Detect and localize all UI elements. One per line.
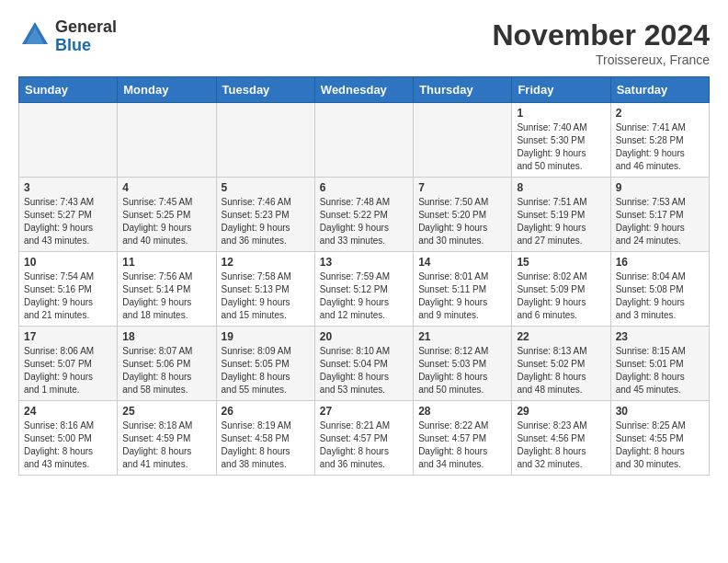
- day-number: 1: [517, 107, 605, 120]
- day-info: Sunrise: 8:21 AM Sunset: 4:57 PM Dayligh…: [320, 419, 408, 471]
- day-number: 14: [418, 256, 506, 269]
- header-tuesday: Tuesday: [216, 77, 314, 103]
- day-number: 13: [320, 256, 408, 269]
- day-cell: [118, 103, 216, 178]
- day-number: 10: [24, 256, 112, 269]
- day-cell: 7Sunrise: 7:50 AM Sunset: 5:20 PM Daylig…: [414, 178, 512, 252]
- day-info: Sunrise: 8:25 AM Sunset: 4:55 PM Dayligh…: [616, 419, 704, 471]
- day-cell: 20Sunrise: 8:10 AM Sunset: 5:04 PM Dayli…: [314, 327, 413, 401]
- week-row-4: 17Sunrise: 8:06 AM Sunset: 5:07 PM Dayli…: [19, 327, 710, 401]
- day-info: Sunrise: 8:01 AM Sunset: 5:11 PM Dayligh…: [418, 270, 506, 322]
- logo-text: General Blue: [55, 18, 117, 55]
- week-row-1: 1Sunrise: 7:40 AM Sunset: 5:30 PM Daylig…: [19, 103, 710, 178]
- day-cell: 4Sunrise: 7:45 AM Sunset: 5:25 PM Daylig…: [118, 178, 216, 252]
- day-number: 4: [122, 181, 210, 194]
- day-cell: 29Sunrise: 8:23 AM Sunset: 4:56 PM Dayli…: [512, 401, 610, 476]
- day-info: Sunrise: 7:40 AM Sunset: 5:30 PM Dayligh…: [517, 121, 605, 173]
- day-cell: [216, 103, 314, 178]
- day-cell: 15Sunrise: 8:02 AM Sunset: 5:09 PM Dayli…: [512, 252, 610, 327]
- day-info: Sunrise: 8:13 AM Sunset: 5:02 PM Dayligh…: [517, 345, 605, 396]
- day-info: Sunrise: 7:41 AM Sunset: 5:28 PM Dayligh…: [616, 121, 704, 173]
- day-cell: 9Sunrise: 7:53 AM Sunset: 5:17 PM Daylig…: [610, 178, 709, 252]
- day-number: 21: [418, 330, 506, 343]
- day-cell: 5Sunrise: 7:46 AM Sunset: 5:23 PM Daylig…: [216, 178, 314, 252]
- day-info: Sunrise: 8:02 AM Sunset: 5:09 PM Dayligh…: [517, 270, 605, 322]
- day-number: 20: [320, 330, 408, 343]
- day-number: 30: [616, 405, 704, 418]
- day-number: 16: [616, 256, 704, 269]
- day-cell: 27Sunrise: 8:21 AM Sunset: 4:57 PM Dayli…: [314, 401, 413, 476]
- day-info: Sunrise: 8:12 AM Sunset: 5:03 PM Dayligh…: [418, 345, 506, 396]
- day-info: Sunrise: 8:07 AM Sunset: 5:06 PM Dayligh…: [122, 345, 210, 396]
- day-info: Sunrise: 8:10 AM Sunset: 5:04 PM Dayligh…: [320, 345, 408, 396]
- week-row-2: 3Sunrise: 7:43 AM Sunset: 5:27 PM Daylig…: [19, 178, 710, 252]
- day-info: Sunrise: 8:23 AM Sunset: 4:56 PM Dayligh…: [517, 419, 605, 471]
- day-info: Sunrise: 7:45 AM Sunset: 5:25 PM Dayligh…: [122, 196, 210, 247]
- day-info: Sunrise: 7:48 AM Sunset: 5:22 PM Dayligh…: [320, 196, 408, 247]
- day-cell: 22Sunrise: 8:13 AM Sunset: 5:02 PM Dayli…: [512, 327, 610, 401]
- day-cell: 14Sunrise: 8:01 AM Sunset: 5:11 PM Dayli…: [414, 252, 512, 327]
- day-info: Sunrise: 7:54 AM Sunset: 5:16 PM Dayligh…: [24, 270, 112, 322]
- day-cell: 28Sunrise: 8:22 AM Sunset: 4:57 PM Dayli…: [414, 401, 512, 476]
- day-number: 12: [222, 256, 310, 269]
- logo-general-text: General: [55, 18, 117, 37]
- title-area: November 2024 Troissereux, France: [492, 18, 710, 67]
- day-cell: 12Sunrise: 7:58 AM Sunset: 5:13 PM Dayli…: [216, 252, 314, 327]
- day-number: 7: [418, 181, 506, 194]
- header-saturday: Saturday: [610, 77, 709, 103]
- calendar-table: SundayMondayTuesdayWednesdayThursdayFrid…: [18, 76, 710, 476]
- day-info: Sunrise: 7:50 AM Sunset: 5:20 PM Dayligh…: [418, 196, 506, 247]
- day-cell: 16Sunrise: 8:04 AM Sunset: 5:08 PM Dayli…: [610, 252, 709, 327]
- day-info: Sunrise: 8:18 AM Sunset: 4:59 PM Dayligh…: [122, 419, 210, 471]
- day-info: Sunrise: 8:16 AM Sunset: 5:00 PM Dayligh…: [24, 419, 112, 471]
- day-number: 3: [24, 181, 112, 194]
- day-number: 24: [24, 405, 112, 418]
- calendar-header-row: SundayMondayTuesdayWednesdayThursdayFrid…: [19, 77, 710, 103]
- logo-blue-text: Blue: [55, 37, 117, 55]
- day-cell: 2Sunrise: 7:41 AM Sunset: 5:28 PM Daylig…: [610, 103, 709, 178]
- day-number: 29: [517, 405, 605, 418]
- day-number: 6: [320, 181, 408, 194]
- logo: General Blue: [18, 18, 117, 55]
- day-cell: 13Sunrise: 7:59 AM Sunset: 5:12 PM Dayli…: [314, 252, 413, 327]
- week-row-3: 10Sunrise: 7:54 AM Sunset: 5:16 PM Dayli…: [19, 252, 710, 327]
- location: Troissereux, France: [492, 52, 710, 67]
- day-cell: [314, 103, 413, 178]
- day-cell: 24Sunrise: 8:16 AM Sunset: 5:00 PM Dayli…: [19, 401, 118, 476]
- header-friday: Friday: [512, 77, 610, 103]
- day-number: 27: [320, 405, 408, 418]
- day-info: Sunrise: 8:19 AM Sunset: 4:58 PM Dayligh…: [222, 419, 310, 471]
- day-number: 9: [616, 181, 704, 194]
- day-info: Sunrise: 7:46 AM Sunset: 5:23 PM Dayligh…: [222, 196, 310, 247]
- page-header: General Blue November 2024 Troissereux, …: [18, 18, 710, 67]
- header-thursday: Thursday: [414, 77, 512, 103]
- day-info: Sunrise: 7:56 AM Sunset: 5:14 PM Dayligh…: [122, 270, 210, 322]
- day-cell: 8Sunrise: 7:51 AM Sunset: 5:19 PM Daylig…: [512, 178, 610, 252]
- day-cell: 1Sunrise: 7:40 AM Sunset: 5:30 PM Daylig…: [512, 103, 610, 178]
- header-wednesday: Wednesday: [314, 77, 413, 103]
- day-info: Sunrise: 7:58 AM Sunset: 5:13 PM Dayligh…: [222, 270, 310, 322]
- day-info: Sunrise: 8:04 AM Sunset: 5:08 PM Dayligh…: [616, 270, 704, 322]
- week-row-5: 24Sunrise: 8:16 AM Sunset: 5:00 PM Dayli…: [19, 401, 710, 476]
- day-number: 25: [122, 405, 210, 418]
- day-cell: 6Sunrise: 7:48 AM Sunset: 5:22 PM Daylig…: [314, 178, 413, 252]
- month-title: November 2024: [492, 18, 710, 52]
- day-cell: 3Sunrise: 7:43 AM Sunset: 5:27 PM Daylig…: [19, 178, 118, 252]
- day-info: Sunrise: 8:22 AM Sunset: 4:57 PM Dayligh…: [418, 419, 506, 471]
- day-cell: 19Sunrise: 8:09 AM Sunset: 5:05 PM Dayli…: [216, 327, 314, 401]
- day-cell: 21Sunrise: 8:12 AM Sunset: 5:03 PM Dayli…: [414, 327, 512, 401]
- day-number: 11: [122, 256, 210, 269]
- logo-icon: [18, 18, 51, 55]
- day-number: 19: [222, 330, 310, 343]
- day-number: 28: [418, 405, 506, 418]
- day-cell: 25Sunrise: 8:18 AM Sunset: 4:59 PM Dayli…: [118, 401, 216, 476]
- header-monday: Monday: [118, 77, 216, 103]
- day-cell: 18Sunrise: 8:07 AM Sunset: 5:06 PM Dayli…: [118, 327, 216, 401]
- day-cell: 26Sunrise: 8:19 AM Sunset: 4:58 PM Dayli…: [216, 401, 314, 476]
- day-info: Sunrise: 7:53 AM Sunset: 5:17 PM Dayligh…: [616, 196, 704, 247]
- day-number: 22: [517, 330, 605, 343]
- day-cell: [19, 103, 118, 178]
- day-cell: 10Sunrise: 7:54 AM Sunset: 5:16 PM Dayli…: [19, 252, 118, 327]
- day-number: 2: [616, 107, 704, 120]
- day-number: 8: [517, 181, 605, 194]
